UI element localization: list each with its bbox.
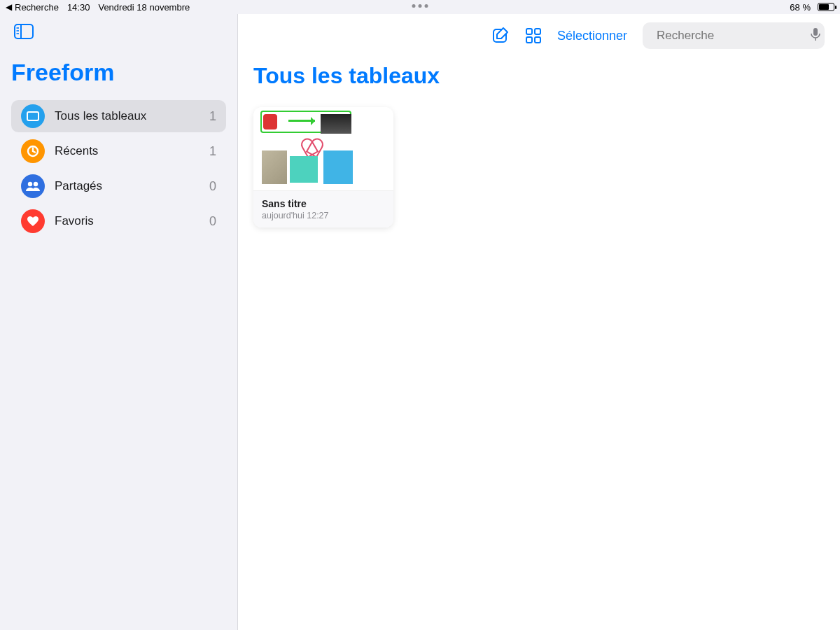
svg-rect-5: [27, 112, 38, 120]
search-input[interactable]: [657, 29, 805, 43]
people-icon: [21, 174, 45, 198]
sidebar-list: Tous les tableaux 1 Récents 1 Partagés: [11, 100, 226, 237]
sidebar-item-label: Partagés: [55, 179, 200, 193]
new-board-button[interactable]: [491, 27, 510, 45]
back-chevron-icon[interactable]: ◀: [6, 2, 12, 12]
sidebar-item-label: Récents: [55, 144, 200, 158]
board-card-footer: Sans titre aujourd'hui 12:27: [253, 191, 393, 227]
battery-percent: 68 %: [790, 2, 811, 13]
sidebar-item-recents[interactable]: Récents 1: [11, 135, 226, 167]
board-title: Sans titre: [262, 198, 385, 209]
multitask-dots-icon[interactable]: [412, 4, 428, 8]
sidebar-item-label: Tous les tableaux: [55, 109, 200, 123]
back-app-label[interactable]: Recherche: [15, 2, 59, 13]
sidebar-icon: [14, 24, 34, 39]
board-grid: Sans titre aujourd'hui 12:27: [253, 107, 825, 227]
sidebar-item-label: Favoris: [55, 214, 200, 228]
sidebar-item-count: 1: [209, 109, 216, 124]
boards-icon: [21, 104, 45, 128]
sidebar-item-favorites[interactable]: Favoris 0: [11, 205, 226, 237]
svg-rect-0: [15, 24, 33, 38]
page-title: Tous les tableaux: [253, 63, 825, 89]
select-button[interactable]: Sélectionner: [557, 29, 627, 43]
status-date: Vendredi 18 novembre: [98, 2, 190, 13]
search-field[interactable]: [643, 22, 825, 49]
sidebar: Freeform Tous les tableaux 1 Récents 1: [0, 14, 238, 630]
board-card[interactable]: Sans titre aujourd'hui 12:27: [253, 107, 393, 227]
svg-rect-11: [535, 29, 540, 34]
toolbar: Sélectionner: [253, 21, 825, 50]
compose-icon: [491, 27, 510, 45]
sidebar-toggle-button[interactable]: [11, 21, 36, 42]
dictation-button[interactable]: [811, 27, 820, 44]
svg-rect-10: [526, 29, 532, 34]
sidebar-item-shared[interactable]: Partagés 0: [11, 170, 226, 202]
clock-icon: [21, 139, 45, 163]
board-subtitle: aujourd'hui 12:27: [262, 211, 385, 220]
svg-point-7: [28, 182, 32, 186]
svg-rect-13: [535, 37, 540, 43]
svg-rect-12: [526, 37, 532, 43]
main-content: Sélectionner Tous les tableaux: [238, 14, 840, 630]
status-bar: ◀ Recherche 14:30 Vendredi 18 novembre 6…: [0, 0, 840, 14]
heart-icon: [21, 209, 45, 233]
battery-icon: [815, 3, 834, 11]
status-time: 14:30: [67, 2, 90, 13]
board-thumbnail: [253, 107, 393, 191]
svg-point-8: [34, 182, 38, 186]
mic-icon: [811, 27, 820, 41]
grid-icon: [525, 27, 542, 44]
view-grid-button[interactable]: [525, 27, 542, 44]
sidebar-item-count: 0: [209, 179, 216, 194]
svg-rect-16: [813, 28, 818, 36]
app-title: Freeform: [11, 59, 226, 86]
sidebar-item-count: 1: [209, 144, 216, 159]
sidebar-item-all-boards[interactable]: Tous les tableaux 1: [11, 100, 226, 132]
sidebar-item-count: 0: [209, 214, 216, 229]
